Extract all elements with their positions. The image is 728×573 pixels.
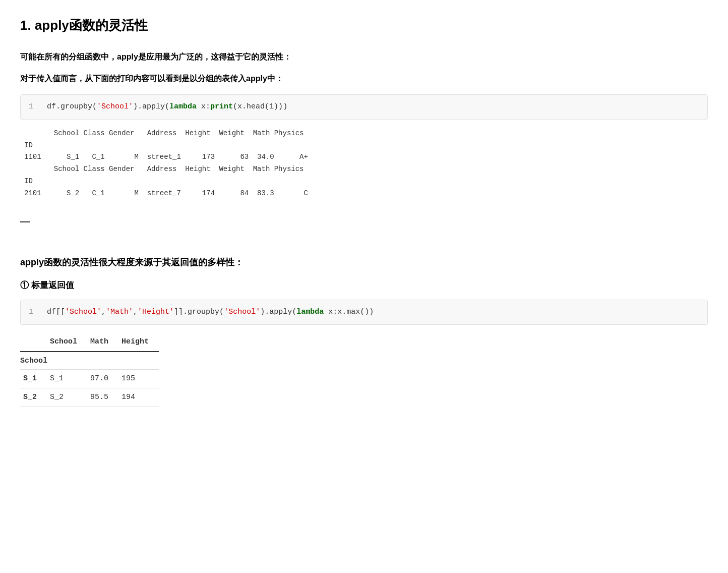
code-string-school: 'School' (97, 102, 133, 111)
table-group-label: School (20, 352, 159, 370)
code2-string2: 'Math' (106, 308, 133, 316)
code-block-2: 1 df[['School','Math','Height']].groupby… (20, 300, 708, 325)
result-table: School Math Height SchoolS_1S_197.0195S_… (20, 333, 159, 407)
code-space: x: (197, 102, 210, 111)
code2-string4: 'School' (224, 308, 260, 316)
code-prefix-1: df.groupby( (47, 102, 97, 111)
code2-string3: 'Height' (138, 308, 174, 316)
divider-line: — (20, 213, 34, 229)
table-cell-math: 95.5 (87, 388, 118, 407)
table-row: S_2S_295.5194 (20, 388, 159, 407)
code2-string1: 'School' (65, 308, 101, 316)
line-number-1: 1 (29, 101, 37, 113)
code2-comma2: , (133, 308, 138, 316)
code2-comma1: , (101, 308, 106, 316)
section-title: apply函数的灵活性很大程度来源于其返回值的多样性： (20, 255, 708, 270)
table-cell-index: S_1 (20, 369, 47, 388)
paragraph-2: 对于传入值而言，从下面的打印内容可以看到是以分组的表传入apply中： (20, 72, 708, 85)
table-cell-school: S_2 (47, 388, 87, 407)
code2-suffix1: ]].groupby( (174, 308, 224, 316)
table-cell-math: 97.0 (87, 369, 118, 388)
code-content-2: df[['School','Math','Height']].groupby('… (47, 306, 699, 318)
code-kw-print: print (210, 102, 233, 111)
table-cell-school: S_1 (47, 369, 87, 388)
code-kw-lambda: lambda (169, 102, 197, 111)
table-corner (20, 333, 47, 352)
line-number-2: 1 (29, 306, 37, 318)
code-content-1: df.groupby('School').apply(lambda x:prin… (47, 101, 699, 113)
table-cell-height: 194 (118, 388, 159, 407)
page-title: 1. apply函数的灵活性 (20, 15, 708, 36)
table-row: S_1S_197.0195 (20, 369, 159, 388)
table-header-height: Height (118, 333, 159, 352)
code2-prefix: df[[ (47, 308, 65, 316)
table-cell-height: 195 (118, 369, 159, 388)
code-mid: ).apply( (133, 102, 169, 111)
table-header-school: School (47, 333, 87, 352)
table-header-math: Math (87, 333, 118, 352)
code-block-1: 1 df.groupby('School').apply(lambda x:pr… (20, 94, 708, 120)
code-suffix: (x.head(1))) (233, 102, 287, 111)
code2-kw1: lambda (296, 308, 324, 316)
subsection-title: ① 标量返回值 (20, 278, 708, 292)
code2-suffix3: x:x.max()) (324, 308, 374, 316)
code2-suffix2: ).apply( (260, 308, 296, 316)
paragraph-1: 可能在所有的分组函数中，apply是应用最为广泛的，这得益于它的灵活性： (20, 50, 708, 64)
output-block-1: School Class Gender Address Height Weigh… (20, 128, 708, 200)
table-cell-index: S_2 (20, 388, 47, 407)
